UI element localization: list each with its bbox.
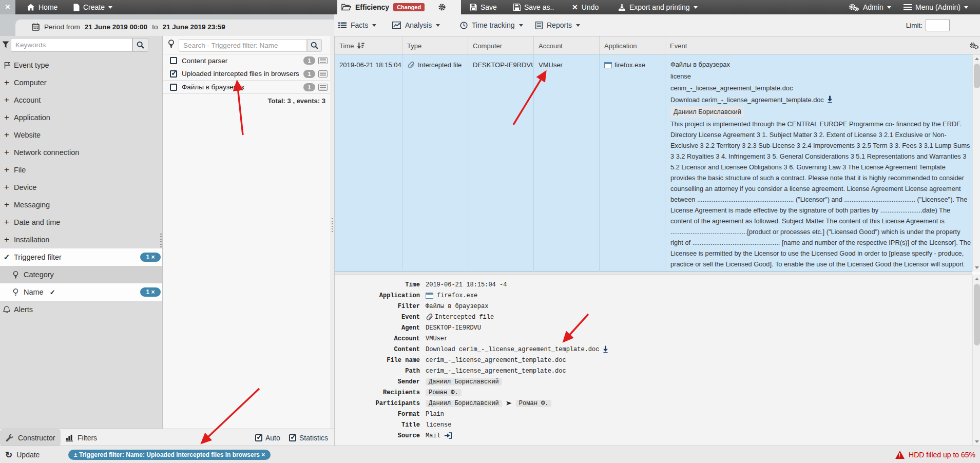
save-label: Save [481,3,497,11]
panel-divider[interactable] [330,36,334,429]
details-scrollbar[interactable] [972,275,980,446]
sidebar-item-alerts[interactable]: Alerts [0,301,162,318]
sidebar-item-label: Installation [14,236,49,244]
filter-funnel-icon [2,41,9,48]
detail-row-time: Time 2019-06-21 18:15:04 -4 [335,279,972,290]
sidebar-item-network-connection[interactable]: +Network connection [0,144,162,161]
event-download-line[interactable]: Download cerim_-_license_agreement_templ… [670,94,968,106]
undo-label: Undo [582,3,599,11]
tab-efficiency[interactable]: Efficiency Changed [337,0,461,14]
keywords-input[interactable] [11,38,132,52]
sidebar-item-device[interactable]: +Device [0,179,162,196]
sidebar-item-application[interactable]: +Application [0,109,162,126]
sidebar-item-messaging[interactable]: +Messaging [0,196,162,214]
list-details-icon[interactable] [318,57,328,64]
scroll-down-arrow[interactable] [973,437,980,446]
refresh-icon: ↻ [5,451,12,459]
chevron-down-icon [108,6,112,9]
save-as-button[interactable]: Save as.. [513,0,554,14]
sidebar-resize-handle[interactable] [160,234,162,249]
update-button[interactable]: ↻ Update [5,446,40,463]
period-prefix: Period from [44,23,80,31]
scrollbar-thumb[interactable] [974,284,980,345]
column-header-application[interactable]: Application [600,36,665,55]
download-icon[interactable] [827,95,833,103]
sidebar-item-account[interactable]: +Account [0,91,162,109]
export-print-button[interactable]: Export and printing [618,0,698,14]
status-bar: ↻ Update ± Triggered filter: Name: Uploa… [0,446,980,463]
statistics-checkbox[interactable]: Statistics [289,429,328,446]
period-filter[interactable]: Period from 21 June 2019 00:00 to 21 Jun… [32,14,225,36]
tab-reports-label: Reports [547,21,572,29]
checkbox-checked[interactable] [289,434,296,441]
auto-checkbox[interactable]: Auto [255,429,280,446]
count-badge: 1 [303,56,315,65]
scroll-up-arrow[interactable] [973,54,980,63]
scroll-up-arrow[interactable] [973,275,980,283]
checkbox-checked[interactable] [255,434,262,441]
sidebar-item-triggered-filter[interactable]: ✓ Triggered filter 1 × [0,248,162,266]
gear-icon[interactable] [438,3,446,11]
sidebar-item-website[interactable]: +Website [0,126,162,144]
auto-label: Auto [265,434,280,442]
column-settings-gears-icon[interactable] [969,42,979,50]
filter-item-label: Файлы в браузерах [182,83,244,91]
list-details-icon[interactable] [318,70,328,78]
filter-list-item[interactable]: Файлы в браузерах 1 [163,81,330,94]
checkbox-unchecked[interactable] [170,84,177,91]
tab-filters[interactable]: Filters [66,429,97,446]
triggered-filter-search-button[interactable] [307,39,322,52]
sidebar-item-installation[interactable]: +Installation [0,231,162,248]
column-header-type[interactable]: Type [402,36,468,55]
sidebar-item-event-type[interactable]: Event type [0,56,162,74]
admin-menu-button[interactable]: Admin [848,0,891,14]
create-label: Create [83,3,105,11]
column-header-computer[interactable]: Computer [468,36,534,55]
tab-analysis[interactable]: Analysis [392,14,440,36]
create-button[interactable]: Create [73,0,112,14]
sidebar-item-name[interactable]: Name ✓ 1 × [0,283,162,301]
save-button[interactable]: Save [470,0,497,14]
tab-analysis-label: Analysis [405,21,432,29]
close-panel-button[interactable]: ✕ [0,0,15,14]
table-scrollbar[interactable] [972,54,980,272]
undo-button[interactable]: ✕ Undo [572,0,599,14]
sidebar-item-date-and-time[interactable]: +Date and time [0,214,162,231]
event-title: license [670,70,968,82]
column-header-time[interactable]: Time [335,36,402,55]
event-details-panel: Time 2019-06-21 18:15:04 -4 Application … [335,275,972,446]
events-main-panel: Time Type Computer Account Application E… [334,36,980,446]
download-icon[interactable] [603,345,608,353]
main-menu-button[interactable]: Menu (Admin) [904,0,968,14]
filter-list-item[interactable]: Content parser 1 [163,54,330,67]
checkbox-unchecked[interactable] [170,57,177,64]
sidebar-item-computer[interactable]: +Computer [0,74,162,91]
checkbox-checked[interactable] [170,70,177,78]
limit-label: Limit: [906,22,923,29]
active-filter-chip[interactable]: ± Triggered filter: Name: Uploaded inter… [68,450,271,460]
tab-constructor[interactable]: Constructor [0,429,61,446]
tab-reports[interactable]: Reports [535,14,580,36]
column-header-event[interactable]: Event [665,36,972,55]
filter-list-item[interactable]: Uploaded intercepted files in browsers 1 [163,67,330,81]
limit-input[interactable] [926,19,950,31]
tab-time-tracking[interactable]: Time tracking [460,14,523,36]
sidebar-item-category[interactable]: Category [0,266,162,283]
keywords-search-button[interactable] [132,38,148,52]
filter-count-badge[interactable]: 1 × [140,287,161,297]
list-details-icon[interactable] [318,84,328,91]
filter-count-badge[interactable]: 1 × [140,253,161,262]
column-header-account[interactable]: Account [534,36,600,55]
filters-sidebar: Event type +Computer +Account +Applicati… [0,36,163,429]
tab-facts[interactable]: Facts [338,14,376,36]
download-export-icon [618,4,626,11]
sidebar-item-file[interactable]: +File [0,161,162,179]
detail-row-content: Content Download cerim_-_license_agreeme… [335,344,972,355]
detail-row-application: Application firefox.exe [335,290,972,301]
home-button[interactable]: Home [27,0,57,14]
triggered-filter-search-input[interactable] [179,39,307,52]
event-table-row[interactable]: 2019-06-21 18:15:04 -4 Intercepted file … [335,54,972,272]
scroll-down-arrow[interactable] [973,263,980,272]
sidebar-item-label: Website [14,131,41,139]
scrollbar-thumb[interactable] [974,64,980,88]
